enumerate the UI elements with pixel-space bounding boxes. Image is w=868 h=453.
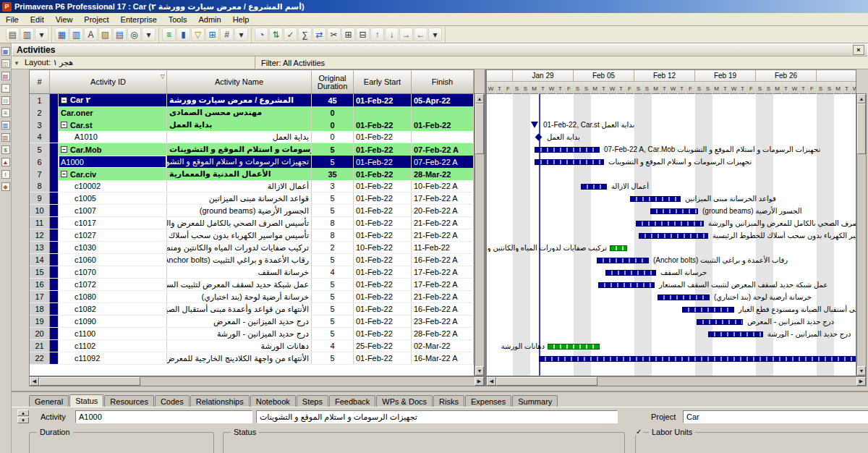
original-duration-cell[interactable]: 5 — [312, 279, 354, 290]
early-start-cell[interactable]: 01-Feb-22 — [354, 156, 412, 168]
sidebar-resources-icon[interactable]: ◫ — [1, 59, 10, 68]
activity-id-cell[interactable]: c1005 — [59, 192, 167, 204]
gantt-bar[interactable] — [650, 208, 698, 214]
sidebar-assignments-icon[interactable]: ▥ — [1, 121, 10, 130]
table-row-3[interactable]: 3−Car.stبداية العمل001-Feb-2201-Feb-22 — [30, 119, 474, 131]
gantt-chart-icon[interactable]: ▮ — [176, 27, 190, 41]
table-row-7[interactable]: 7−Car.civالأعمال المدنية والمعمارية3501-… — [30, 168, 474, 180]
scroll-left-icon[interactable]: ◀ — [487, 377, 496, 386]
gantt-vertical-scrollbar[interactable]: ▲ ▼ — [856, 93, 867, 376]
early-start-cell[interactable]: 01-Feb-22 — [354, 180, 412, 192]
menu-item-admin[interactable]: Admin — [192, 14, 226, 25]
title-bar[interactable]: P Primavera P6 Professional 17 : Car (أس… — [0, 0, 868, 13]
gantt-bar[interactable] — [708, 331, 763, 337]
filter-funnel-icon[interactable]: ▽ — [161, 72, 165, 80]
sidebar-tracking-icon[interactable]: ◔ — [1, 84, 10, 93]
table-row-8[interactable]: 8c10002أعمال الازالة301-Feb-2210-Feb-22 … — [30, 180, 474, 192]
sidebar-thresholds-icon[interactable]: ▲ — [1, 158, 10, 166]
table-row-13[interactable]: 13c1030تركيب صفايات لدورات المياه والكان… — [30, 242, 474, 254]
gantt-bar[interactable] — [535, 159, 604, 165]
menu-item-enterprise[interactable]: Enterprise — [115, 14, 163, 25]
finish-cell[interactable]: 07-Feb-22 A — [412, 143, 474, 156]
finish-cell[interactable]: 28-Mar-22 — [412, 168, 474, 180]
finish-cell[interactable]: 16-Mar-22 A — [412, 352, 474, 364]
table-hscroll-thumb[interactable] — [39, 377, 140, 386]
activity-id-cell[interactable]: c1007 — [59, 205, 167, 216]
table-row-15[interactable]: 15c1070خرسانة السقف401-Feb-2217-Feb-22 A — [30, 266, 474, 279]
gantt-bar[interactable] — [605, 270, 656, 276]
table-row-4[interactable]: 4A1010بداية العمل001-Feb-22 — [30, 131, 474, 143]
original-duration-cell[interactable]: 5 — [312, 143, 354, 156]
gantt-bar[interactable] — [639, 233, 708, 239]
gantt-hscroll-thumb[interactable] — [496, 377, 597, 386]
layout-dropdown-icon[interactable]: ▾ — [142, 27, 156, 41]
tab-wps-docs[interactable]: WPs & Docs — [376, 395, 433, 407]
collapse-icon[interactable]: − — [61, 97, 67, 103]
start-milestone-icon[interactable] — [531, 122, 538, 128]
scroll-up-icon[interactable]: ▲ — [857, 94, 866, 103]
table-row-5[interactable]: 5−Car.Mobتجهيزات الرسومات و استلام الموق… — [30, 143, 474, 156]
activity-name-cell[interactable]: خرسانة السقف — [167, 266, 312, 278]
activity-name-cell[interactable]: أعمال الازالة — [167, 180, 312, 192]
activity-id-cell[interactable]: c1102 — [59, 340, 167, 352]
tab-expenses[interactable]: Expenses — [465, 395, 511, 407]
sidebar-reports-icon[interactable]: ▤ — [1, 72, 10, 80]
table-row-18[interactable]: 18c1082الأنتهاء من قواعد وأعمدة مبنى أست… — [30, 303, 474, 316]
menu-item-edit[interactable]: Edit — [25, 14, 50, 25]
menu-item-project[interactable]: Project — [78, 14, 114, 25]
tab-status[interactable]: Status — [69, 394, 103, 407]
close-icon[interactable]: × — [853, 45, 864, 55]
original-duration-cell[interactable]: 5 — [312, 316, 354, 327]
original-duration-cell[interactable]: 5 — [312, 205, 354, 216]
finish-cell[interactable]: 17-Feb-22 A — [412, 266, 474, 278]
tab-general[interactable]: General — [29, 395, 69, 407]
activity-id-cell[interactable]: −Car.st — [59, 119, 167, 131]
finish-cell[interactable]: 28-Feb-22 A — [412, 328, 474, 339]
table-row-20[interactable]: 20c1100درج حديد الميزانين - الورشة501-Fe… — [30, 328, 474, 340]
activity-name-cell[interactable]: دهانات الورشة — [167, 340, 312, 352]
original-duration-cell[interactable]: 0 — [312, 106, 354, 119]
early-start-cell[interactable]: 01-Feb-22 — [354, 254, 412, 266]
column-header-col-activity-name[interactable]: Activity Name — [167, 70, 312, 93]
finish-cell[interactable]: 02-Mar-22 — [412, 340, 474, 352]
activity-id-cell[interactable]: A1000 — [59, 156, 167, 168]
early-start-cell[interactable] — [354, 106, 412, 119]
activity-id-cell[interactable]: c10002 — [59, 180, 167, 192]
early-start-cell[interactable]: 01-Feb-22 — [354, 316, 412, 327]
column-header-col-number[interactable]: # — [30, 70, 50, 93]
original-duration-cell[interactable]: 8 — [312, 229, 354, 241]
tab-summary[interactable]: Summary — [512, 395, 558, 407]
finish-cell[interactable]: 07-Feb-22 A — [412, 156, 474, 168]
early-start-cell[interactable]: 01-Feb-22 — [354, 291, 412, 302]
sidebar-wbs-icon[interactable]: ⊟ — [1, 96, 10, 105]
original-duration-cell[interactable]: 5 — [312, 254, 354, 266]
link-activities-icon[interactable]: ⇄ — [312, 27, 326, 41]
original-duration-cell[interactable]: 5 — [312, 303, 354, 315]
activity-name-cell[interactable]: درج حديد الميزانين - الورشة — [167, 328, 312, 339]
copy-icon[interactable]: ⊞ — [341, 27, 355, 41]
indent-icon[interactable]: → — [399, 27, 413, 41]
early-start-cell[interactable]: 01-Feb-22 — [354, 119, 412, 131]
table-row-14[interactable]: 14c1060رقاب الأعمدة و براغي التثبيت (Anc… — [30, 254, 474, 266]
early-start-cell[interactable]: 01-Feb-22 — [354, 168, 412, 180]
collapse-icon[interactable]: − — [61, 122, 67, 128]
finish-cell[interactable] — [412, 106, 474, 119]
columns-icon[interactable]: ▥ — [69, 27, 83, 41]
layout-options-bar[interactable]: ▾ Layout: هجر ١ Filter: All Activities — [12, 56, 868, 69]
table-row-6[interactable]: 6A1000تجهيزات الرسومات و استلام الموقع و… — [30, 156, 474, 168]
menu-item-tools[interactable]: Tools — [163, 14, 193, 25]
table-row-21[interactable]: 21c1102دهانات الورشة425-Feb-2202-Mar-22 — [30, 340, 474, 352]
original-duration-cell[interactable]: 4 — [312, 266, 354, 278]
menu-item-view[interactable]: View — [50, 14, 79, 25]
original-duration-cell[interactable]: 4 — [312, 340, 354, 352]
tab-notebook[interactable]: Notebook — [250, 395, 296, 407]
early-start-cell[interactable]: 01-Feb-22 — [354, 229, 412, 241]
table-horizontal-scrollbar[interactable]: ◀ ▶ — [29, 376, 485, 386]
early-start-cell[interactable]: 01-Feb-22 — [354, 328, 412, 339]
activity-name-cell[interactable]: تأسيس مواسير الكهرباء بدون سحب أسلاك للخ… — [167, 229, 312, 241]
table-row-1[interactable]: 1−Car ٢المشروع / معرض سيارت وورشة4501-Fe… — [30, 94, 474, 106]
sidebar-activities-icon[interactable]: ≡ — [1, 109, 10, 117]
print-icon[interactable]: ▤ — [6, 27, 20, 41]
original-duration-cell[interactable]: 45 — [312, 94, 354, 106]
gantt-vscroll-thumb[interactable] — [857, 103, 866, 154]
